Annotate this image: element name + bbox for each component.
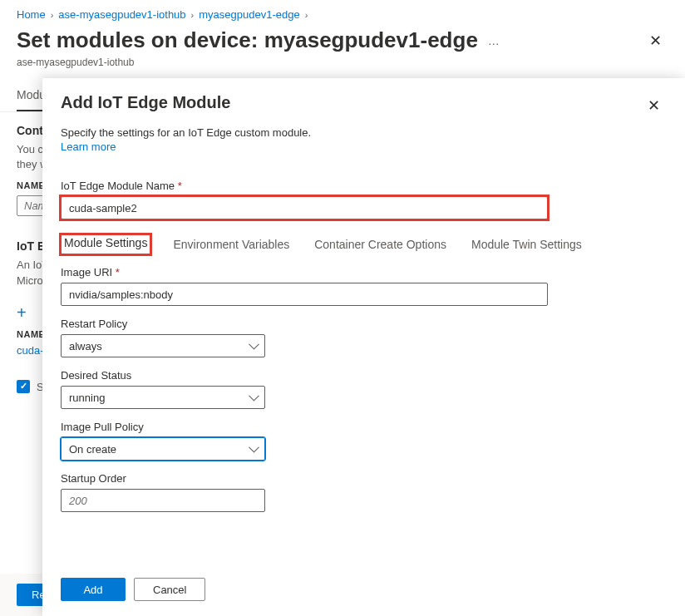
restart-policy-label: Restart Policy (61, 318, 667, 330)
close-panel-button[interactable]: ✕ (641, 93, 667, 118)
breadcrumb-device[interactable]: myasegpudev1-edge (199, 8, 299, 21)
learn-more-link[interactable]: Learn more (61, 140, 116, 153)
module-name-input[interactable] (61, 196, 548, 219)
breadcrumb: Home › ase-myasegpudev1-iothub › myasegp… (0, 0, 685, 26)
tab-module-twin-settings[interactable]: Module Twin Settings (469, 234, 584, 254)
add-button[interactable]: Add (61, 578, 126, 601)
image-uri-label: Image URI * (61, 266, 667, 278)
page-title: Set modules on device: myasegpudev1-edge (17, 27, 478, 53)
startup-order-input[interactable] (61, 489, 265, 512)
close-page-button[interactable]: ✕ (643, 28, 668, 53)
desired-status-select[interactable] (61, 386, 265, 409)
restart-policy-select[interactable] (61, 334, 265, 357)
module-name-label: IoT Edge Module Name * (61, 180, 667, 192)
add-module-panel: Add IoT Edge Module ✕ Specify the settin… (42, 78, 685, 616)
startup-order-label: Startup Order (61, 472, 667, 485)
breadcrumb-home[interactable]: Home (17, 8, 46, 21)
tab-environment-variables[interactable]: Environment Variables (170, 234, 292, 254)
image-pull-policy-select[interactable] (61, 437, 265, 461)
chevron-right-icon: › (51, 10, 54, 20)
chevron-right-icon: › (191, 10, 195, 20)
breadcrumb-iothub[interactable]: ase-myasegpudev1-iothub (58, 8, 185, 21)
chevron-right-icon: › (305, 10, 308, 20)
page-subtitle: ase-myasegpudev1-iothub (0, 57, 685, 80)
tab-module-settings[interactable]: Module Settings (62, 233, 150, 253)
panel-description: Specify the settings for an IoT Edge cus… (61, 126, 667, 139)
image-pull-policy-label: Image Pull Policy (61, 421, 667, 433)
image-uri-input[interactable] (61, 283, 548, 306)
tab-container-create-options[interactable]: Container Create Options (312, 234, 449, 254)
more-icon[interactable]: … (488, 34, 501, 47)
diagnostics-checkbox[interactable]: ✓ (17, 380, 30, 393)
cancel-button[interactable]: Cancel (134, 578, 205, 601)
panel-title: Add IoT Edge Module (61, 93, 230, 112)
desired-status-label: Desired Status (61, 369, 667, 382)
